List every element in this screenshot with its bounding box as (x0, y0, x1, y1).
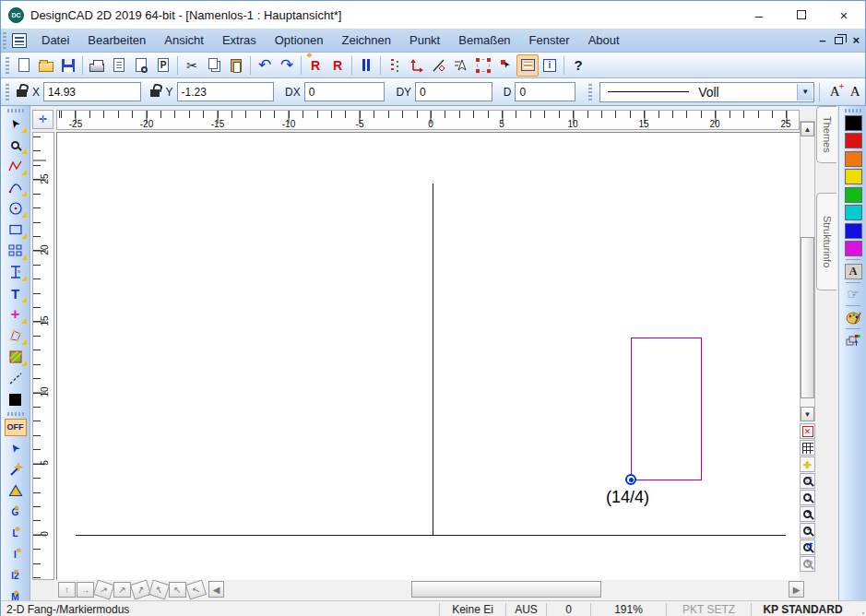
layer-options-button[interactable] (843, 332, 863, 349)
vertical-scroll-thumb[interactable] (801, 237, 814, 398)
text-tool-button[interactable]: T (3, 283, 29, 303)
delete-view-button[interactable]: ✕ (800, 423, 815, 439)
menu-ansicht[interactable]: Ansicht (155, 30, 213, 51)
menu-bemassen[interactable]: Bemaßen (449, 30, 519, 51)
d-input[interactable]: 0 (515, 82, 575, 101)
close-button[interactable]: × (823, 1, 865, 29)
save-button[interactable] (57, 54, 79, 77)
info-box-button[interactable]: i (539, 54, 561, 77)
scroll-up-button[interactable]: ▲ (801, 122, 814, 136)
polygon-tool-button[interactable] (3, 326, 29, 346)
drawing-canvas[interactable]: (14/4) (56, 132, 800, 580)
point-tool-button[interactable]: + (3, 304, 29, 325)
hand-tool-button[interactable]: ☞ (843, 286, 863, 302)
select-tool-button[interactable]: ➤ (3, 113, 29, 134)
open-button[interactable] (35, 54, 57, 77)
zoom-in-button[interactable]: + (800, 506, 815, 522)
tab-strukturinfo[interactable]: Strukturinfo (816, 193, 836, 290)
maximize-button[interactable] (780, 1, 823, 29)
menu-about[interactable]: About (579, 30, 629, 51)
zoom-window-button[interactable]: □ (800, 473, 815, 489)
pan-angle-button[interactable]: ↖ (148, 579, 170, 599)
y-input[interactable]: -1.23 (177, 82, 275, 101)
paste-button[interactable] (225, 54, 247, 77)
menu-datei[interactable]: Datei (32, 30, 78, 51)
scroll-left-button[interactable]: ◀ (208, 581, 224, 598)
hatch-tool-button[interactable] (3, 347, 29, 367)
copy-button[interactable] (203, 54, 225, 77)
pan-angle-button[interactable]: ↗ (113, 582, 131, 598)
mdi-restore-button[interactable] (835, 37, 843, 44)
zoom-tool-button[interactable] (3, 135, 29, 155)
mdi-close-button[interactable]: × (852, 33, 860, 47)
font-button[interactable]: A (845, 82, 865, 102)
pan-angle-button[interactable]: ↖ (185, 579, 207, 599)
lock-x-icon[interactable] (17, 89, 27, 97)
menu-extras[interactable]: Extras (213, 30, 266, 51)
minimize-button[interactable]: – (738, 1, 780, 29)
undo-button[interactable]: ↶ (254, 54, 276, 77)
zoom-next-button[interactable]: ↻ (800, 556, 815, 572)
axes-button[interactable] (406, 54, 428, 77)
pan-angle-button[interactable]: ↗ (93, 579, 114, 599)
snap-intersect2-button[interactable]: I2 (3, 565, 29, 586)
point-select-button[interactable] (494, 54, 516, 77)
color-swatch-magenta[interactable] (845, 241, 862, 256)
color-swatch-button[interactable] (3, 389, 29, 409)
drawn-rectangle[interactable] (631, 338, 702, 480)
color-swatch-black[interactable] (845, 115, 862, 131)
menu-punkt[interactable]: Punkt (400, 30, 449, 51)
paper-space-button[interactable]: P (152, 54, 174, 77)
pause-button[interactable] (355, 54, 377, 77)
grid-toggle-button[interactable] (800, 440, 815, 456)
zoom-previous-button[interactable]: ↺ (800, 539, 815, 555)
print-preview-button[interactable] (130, 54, 152, 77)
font-plus-button[interactable]: A+ (824, 82, 845, 102)
redo-button[interactable]: ↷ (276, 54, 298, 77)
cut-button[interactable]: ✂ (181, 54, 203, 77)
record-macro-button[interactable]: R (304, 54, 326, 77)
snap-line-button[interactable]: L (3, 523, 29, 543)
snap-intersect-button[interactable]: I (3, 544, 29, 564)
array-tool-button[interactable] (3, 241, 29, 261)
menu-optionen[interactable]: Optionen (266, 30, 333, 51)
dx-input[interactable]: 0 (304, 82, 386, 101)
pan-right-button[interactable]: → (77, 582, 94, 598)
lock-y-icon[interactable] (150, 89, 160, 97)
color-swatch-green[interactable] (845, 187, 862, 203)
zoom-extents-button[interactable]: ▫ (800, 490, 815, 505)
pan-angle-button[interactable]: ↗ (130, 579, 151, 599)
menu-bearbeiten[interactable]: Bearbeiten (78, 30, 155, 51)
color-swatch-orange[interactable] (845, 151, 862, 167)
new-document-button[interactable] (13, 54, 35, 77)
zoom-out-button[interactable]: − (800, 523, 815, 539)
print-button[interactable] (86, 54, 108, 77)
menu-zeichnen[interactable]: Zeichnen (333, 30, 400, 51)
line-style-select[interactable]: Voll ▼ (599, 82, 814, 102)
context-help-button[interactable]: ? (567, 54, 589, 77)
color-swatch-yellow[interactable] (845, 169, 862, 184)
menu-fenster[interactable]: Fenster (520, 30, 579, 51)
print-setup-button[interactable] (108, 54, 130, 77)
coordinate-panel-toggle[interactable] (516, 54, 539, 77)
circle-tool-button[interactable] (3, 198, 29, 219)
select-cursor-button[interactable] (450, 54, 472, 77)
options-list-button[interactable] (384, 54, 406, 77)
color-swatch-red[interactable] (845, 133, 862, 148)
tab-themes[interactable]: Themes (816, 106, 836, 163)
polyline-tool-button[interactable] (3, 156, 29, 176)
pan-up-button[interactable]: ↑ (58, 582, 76, 598)
scroll-right-button[interactable]: ▶ (789, 581, 804, 598)
mdi-minimize-button[interactable]: – (819, 33, 825, 47)
set-point-marker[interactable] (625, 474, 636, 485)
ruler-origin-button[interactable]: ✛ (32, 110, 53, 129)
gravity-select-button[interactable]: ➤ (3, 438, 29, 458)
arc-tool-button[interactable] (3, 177, 29, 197)
resize-grip[interactable] (854, 604, 865, 615)
vertical-scrollbar[interactable]: ▲ ▼ (800, 121, 815, 421)
snap-off-button[interactable]: OFF (3, 417, 29, 437)
origin-cross-button[interactable]: + (800, 456, 815, 472)
run-macro-button[interactable]: R (326, 54, 349, 77)
x-input[interactable]: 14.93 (43, 82, 141, 101)
dropdown-arrow-icon[interactable]: ▼ (797, 84, 813, 101)
